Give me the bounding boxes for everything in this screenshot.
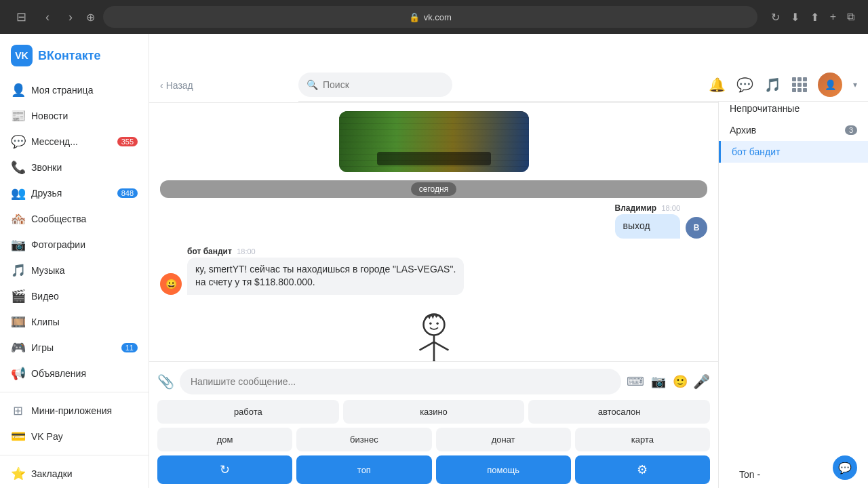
action-btn-top[interactable]: топ — [296, 455, 431, 484]
date-divider: сегодня — [160, 180, 707, 198]
sidebar-item-mypage[interactable]: 👤 Моя страница — [0, 77, 149, 103]
sidebar-item-label: Музыка — [31, 265, 65, 276]
sidebar-item-label: Клипы — [31, 317, 60, 327]
sidebar-item-label: Мессенд... — [31, 136, 78, 147]
quick-btn-rabota[interactable]: работа — [157, 400, 339, 424]
sidebar-item-photos[interactable]: 📷 Фотографии — [0, 232, 149, 258]
keyboard-btn[interactable]: ⌨ — [627, 374, 644, 389]
mic-btn[interactable]: 🎤 — [693, 373, 710, 390]
sidebar-item-calls[interactable]: 📞 Звонки — [0, 155, 149, 180]
sidebar-item-clips[interactable]: 🎞️ Клипы — [0, 309, 149, 335]
back-button[interactable]: ‹ Назад — [160, 80, 193, 91]
date-label: сегодня — [411, 182, 456, 196]
new-tab-btn[interactable]: + — [827, 8, 839, 26]
communities-icon: 🏘️ — [11, 211, 24, 226]
message-row-bot: 😀 бот бандит 18:00 ку, smertYT! сейчас т… — [160, 247, 707, 295]
quick-btn-donat[interactable]: донат — [436, 428, 571, 451]
action-btn-refresh[interactable]: ↻ — [157, 455, 292, 484]
quick-btn-autosalon[interactable]: автосалон — [528, 400, 710, 424]
sidebar-toggle-btn[interactable]: ⊟ — [11, 7, 32, 27]
miniapps-icon: ⊞ — [11, 403, 24, 418]
tabs-btn[interactable]: ⧉ — [844, 8, 857, 26]
sidebar-item-video[interactable]: 🎬 Видео — [0, 283, 149, 309]
sidebar-item-news[interactable]: 📰 Новости — [0, 103, 149, 129]
bot-message-bubble: ку, smertYT! сейчас ты находишься в горо… — [187, 258, 464, 295]
emoji-btn[interactable]: 🙂 — [673, 374, 688, 389]
sidebar-divider — [0, 392, 149, 392]
browser-chrome: ⊟ ‹ › ⊕ 🔒 vk.com ↻ ⬇ ⬆ + ⧉ — [0, 0, 868, 34]
messenger-icon: 💬 — [11, 134, 24, 149]
chat-list-botbandit[interactable]: бот бандит — [719, 141, 868, 163]
music-icon: 🎵 — [11, 263, 24, 278]
sidebar-item-label: Звонки — [31, 162, 62, 173]
chat-list-label: бот бандит — [732, 146, 780, 157]
header-icons: 🔔 💬 🎵 👤 ▾ — [709, 73, 857, 97]
svg-point-1 — [429, 322, 431, 324]
forward-nav-btn[interactable]: › — [63, 7, 78, 27]
right-panel: 🔍 🔔 💬 🎵 👤 ▾ — [149, 34, 868, 488]
clips-icon: 🎞️ — [11, 314, 24, 329]
message-row: В Владимир 18:00 выход — [160, 203, 707, 239]
apps-grid[interactable] — [792, 77, 807, 92]
sidebar-item-music[interactable]: 🎵 Музыка — [0, 258, 149, 283]
back-label: Назад — [166, 80, 193, 91]
photos-icon: 📷 — [11, 237, 24, 252]
sidebar-item-ads[interactable]: 📢 Объявления — [0, 361, 149, 386]
sidebar: VK ВКонтакте 👤 Моя страница 📰 Новости 💬 … — [0, 34, 149, 488]
reload-icon[interactable]: ↻ — [771, 11, 780, 24]
messages-btn[interactable]: 💬 — [736, 77, 753, 93]
share-btn[interactable]: ⬆ — [808, 8, 822, 26]
chat-list-label: Непрочитанные — [730, 103, 800, 114]
user-avatar[interactable]: 👤 — [818, 73, 842, 97]
camera-btn[interactable]: 📷 — [651, 374, 666, 389]
chat-list-label: Архив — [730, 125, 756, 136]
quick-btn-biznes[interactable]: бизнес — [296, 428, 431, 451]
games-badge: 11 — [121, 343, 138, 352]
input-icons: ⌨ 📷 🙂 — [627, 374, 688, 389]
app-header: 🔍 🔔 💬 🎵 👤 ▾ — [298, 68, 868, 102]
quick-btn-dom[interactable]: дом — [157, 428, 292, 451]
back-nav-btn[interactable]: ‹ — [40, 7, 55, 27]
download-btn[interactable]: ⬇ — [788, 8, 802, 26]
svg-line-5 — [434, 342, 448, 350]
action-btn-help[interactable]: помощь — [436, 455, 571, 484]
sidebar-item-communities[interactable]: 🏘️ Сообщества — [0, 206, 149, 232]
messenger-badge: 355 — [117, 137, 138, 146]
sidebar-item-miniapps[interactable]: ⊞ Мини-приложения — [0, 398, 149, 424]
sidebar-item-bookmarks[interactable]: ⭐ Закладки — [0, 461, 149, 487]
messages-area: сегодня В Владимир 18:00 выход — [149, 103, 718, 361]
sidebar-item-messenger[interactable]: 💬 Мессенд... 355 — [0, 129, 149, 155]
message-sender: Владимир 18:00 — [615, 203, 680, 213]
attach-btn[interactable]: 📎 — [157, 373, 174, 390]
message-input[interactable] — [180, 369, 621, 394]
sidebar-item-label: Фотографии — [31, 239, 85, 250]
search-input[interactable] — [298, 73, 452, 97]
message-bubble: выход — [615, 214, 680, 239]
archive-badge: 3 — [845, 125, 857, 135]
game-image-container — [160, 111, 707, 175]
friends-badge: 848 — [117, 188, 138, 198]
bot-sender-name: бот бандит — [187, 247, 232, 256]
quick-btn-casino[interactable]: казино — [343, 400, 525, 424]
sidebar-item-friends[interactable]: 👥 Друзья 848 — [0, 180, 149, 206]
chat-list-panel: Все чаты Непрочитанные Архив 3 бот банди… — [719, 68, 868, 488]
floating-chat-btn[interactable]: 💬 — [833, 455, 857, 480]
chat-list-archive[interactable]: Архив 3 — [719, 119, 868, 141]
chat-window: ‹ Назад бот бандит 🔍 ··· 🤖 — [149, 68, 719, 488]
logo-text: ВКонтакте — [38, 49, 101, 63]
quick-btn-karta[interactable]: карта — [575, 428, 710, 451]
sidebar-item-label: Мини-приложения — [31, 405, 112, 416]
music-btn[interactable]: 🎵 — [764, 77, 781, 93]
bot-avatar: 😀 — [160, 273, 182, 295]
notifications-btn[interactable]: 🔔 — [709, 77, 726, 93]
action-btn-settings[interactable]: ⚙ — [575, 455, 710, 484]
games-icon: 🎮 — [11, 340, 24, 355]
sidebar-logo[interactable]: VK ВКонтакте — [0, 45, 149, 77]
calls-icon: 📞 — [11, 160, 24, 175]
sidebar-item-vkpay[interactable]: 💳 VK Pay — [0, 424, 149, 449]
chat-layout: ‹ Назад бот бандит 🔍 ··· 🤖 — [149, 68, 868, 488]
sidebar-item-games[interactable]: 🎮 Игры 11 — [0, 335, 149, 361]
sidebar-item-label: Закладки — [31, 468, 73, 479]
ads-icon: 📢 — [11, 366, 24, 381]
address-bar[interactable]: 🔒 vk.com — [103, 6, 757, 28]
